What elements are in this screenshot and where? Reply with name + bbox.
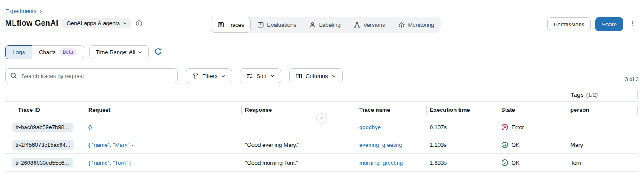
filters-label: Filters <box>202 73 217 79</box>
tab-monitoring[interactable]: Monitoring <box>392 17 441 33</box>
traces-list-icon <box>217 21 224 28</box>
column-header-person[interactable]: person <box>567 102 638 118</box>
experiment-type-dropdown[interactable]: GenAI apps & agents <box>62 18 131 28</box>
tags-group-count: (1/2) <box>586 91 598 98</box>
trace-name-link[interactable]: morning_greeting <box>359 159 403 166</box>
columns-button[interactable]: Columns <box>289 68 342 83</box>
page-header: Experiments › MLflow GenAI GenAI apps & … <box>0 0 644 39</box>
traces-table: Tags (1/2) Trace ID Request Response Tra… <box>5 88 638 172</box>
person-cell: Tom <box>567 159 638 166</box>
trace-id-pill[interactable]: tr-26086033ed55c6... <box>12 158 73 167</box>
result-count: 3 of 3 <box>625 76 639 82</box>
view-mode-toolbar: Logs Charts Beta Time Range: All <box>5 45 639 59</box>
tab-labeling[interactable]: Labeling <box>303 17 347 33</box>
search-input[interactable] <box>5 68 178 83</box>
column-header-execution-time[interactable]: Execution time <box>426 102 498 118</box>
permissions-button[interactable]: Permissions <box>547 17 591 31</box>
chevron-down-icon <box>221 74 225 78</box>
tab-evaluations-label: Evaluations <box>267 22 296 28</box>
execution-time-cell: 0.107s <box>426 124 498 130</box>
sort-label: Sort <box>256 73 267 79</box>
ok-status-icon <box>501 159 509 166</box>
logs-charts-toggle: Logs Charts Beta <box>5 45 84 59</box>
view-tabs: Traces Evaluations Labeling Versions Mon… <box>211 17 441 33</box>
tab-versions-label: Versions <box>364 22 385 28</box>
time-range-label: Time Range: All <box>96 49 135 55</box>
collapse-panel-button[interactable] <box>316 113 327 124</box>
ok-status-icon <box>501 141 509 149</box>
columns-label: Columns <box>306 73 328 79</box>
breadcrumb-separator-icon: › <box>40 8 42 14</box>
chevron-up-icon <box>319 116 324 121</box>
evaluations-icon <box>257 21 264 28</box>
tab-traces-label: Traces <box>227 22 244 28</box>
chevron-down-icon <box>122 21 127 26</box>
trace-id-pill[interactable]: tr-bac89ab59e7b98... <box>12 123 73 132</box>
execution-time-cell: 1.103s <box>426 142 498 148</box>
state-label: Error <box>512 124 524 130</box>
state-label: OK <box>512 159 520 166</box>
refresh-icon[interactable] <box>154 47 162 57</box>
person-icon <box>309 21 316 28</box>
experiment-type-label: GenAI apps & agents <box>66 20 120 26</box>
response-cell: "Good morning Tom." <box>242 159 356 166</box>
column-header-state[interactable]: State <box>498 102 567 118</box>
columns-icon <box>296 73 302 79</box>
beta-badge: Beta <box>59 48 77 56</box>
tags-group-row: Tags (1/2) <box>5 88 638 101</box>
column-header-request[interactable]: Request <box>85 102 242 118</box>
tab-versions[interactable]: Versions <box>347 17 392 33</box>
chevron-down-icon <box>270 74 275 78</box>
tab-traces[interactable]: Traces <box>211 17 251 33</box>
search-icon <box>10 72 17 79</box>
trace-name-link[interactable]: goodbye <box>359 124 381 130</box>
request-link[interactable]: { "name": "Mary" } <box>88 142 133 148</box>
tab-labeling-label: Labeling <box>319 22 340 28</box>
tags-group-label: Tags <box>571 91 583 98</box>
tab-evaluations[interactable]: Evaluations <box>251 17 303 33</box>
info-icon[interactable] <box>135 20 142 27</box>
page-title: MLflow GenAI <box>5 19 58 28</box>
person-cell: Mary <box>567 142 638 148</box>
tags-group-header: Tags (1/2) <box>567 88 638 101</box>
overflow-menu-icon[interactable] <box>628 20 638 29</box>
tab-monitoring-label: Monitoring <box>408 22 435 28</box>
chevron-down-icon <box>332 74 336 78</box>
filter-funnel-icon <box>192 73 199 79</box>
time-range-dropdown[interactable]: Time Range: All <box>89 45 149 59</box>
breadcrumb: Experiments › <box>5 8 637 14</box>
column-header-response[interactable]: Response <box>242 102 356 118</box>
filters-button[interactable]: Filters <box>186 68 232 83</box>
state-label: OK <box>512 142 520 148</box>
column-header-trace-id[interactable]: Trace ID <box>5 102 85 118</box>
request-link[interactable]: { "name": "Tom" } <box>88 159 131 166</box>
sort-icon <box>246 73 253 79</box>
chevron-down-icon <box>138 50 142 55</box>
column-header-trace-name[interactable]: Trace name <box>356 102 426 118</box>
response-cell: "Good evening Mary." <box>242 142 356 148</box>
charts-toggle-label: Charts <box>39 49 55 55</box>
versions-graph-icon <box>354 21 361 28</box>
search-toolbar: Filters Sort Columns 3 of 3 <box>5 68 639 83</box>
table-row[interactable]: tr-26086033ed55c6... { "name": "Tom" } "… <box>5 154 638 172</box>
request-link[interactable]: {} <box>88 124 92 130</box>
sort-button[interactable]: Sort <box>240 68 281 83</box>
gear-icon <box>398 21 405 28</box>
trace-id-pill[interactable]: tr-1f456073c15ac64... <box>12 140 74 150</box>
breadcrumb-experiments-link[interactable]: Experiments <box>5 8 36 14</box>
execution-time-cell: 1.633s <box>426 159 498 166</box>
share-button[interactable]: Share <box>595 17 623 31</box>
trace-name-link[interactable]: evening_greeting <box>359 142 402 148</box>
logs-toggle-button[interactable]: Logs <box>5 45 32 59</box>
table-row[interactable]: tr-1f456073c15ac64... { "name": "Mary" }… <box>5 136 638 154</box>
error-status-icon <box>501 124 509 131</box>
charts-toggle-button[interactable]: Charts Beta <box>32 45 84 59</box>
